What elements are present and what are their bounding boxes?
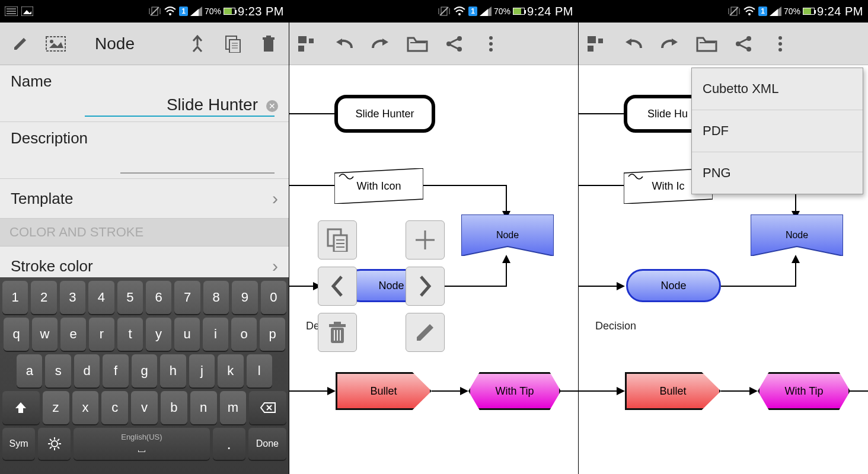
stroke-label: Stroke color	[11, 257, 93, 276]
kb-key-t[interactable]: t	[117, 318, 143, 351]
node-with-tip[interactable]: With Tip	[468, 372, 561, 410]
folder-icon[interactable]	[406, 32, 429, 56]
merge-icon[interactable]	[186, 32, 209, 56]
battery-percent: 70%	[205, 7, 221, 16]
redo-icon[interactable]	[369, 32, 392, 56]
kb-key-b[interactable]: b	[161, 391, 187, 424]
kb-key-f[interactable]: f	[103, 354, 128, 387]
overflow-icon[interactable]	[768, 32, 792, 56]
node-label: Bullet	[370, 385, 397, 398]
kb-key-9[interactable]: 9	[232, 281, 257, 314]
status-bar: 1 70% 9:23 PM	[0, 0, 289, 23]
wifi-status-icon	[164, 6, 177, 17]
popup-edit-button[interactable]	[406, 313, 445, 352]
share-icon[interactable]	[732, 32, 755, 56]
kb-key-4[interactable]: 4	[88, 281, 114, 314]
kb-key-p[interactable]: p	[260, 318, 285, 351]
kb-key-o[interactable]: o	[231, 318, 257, 351]
clear-name-icon[interactable]: ✕	[266, 100, 278, 112]
kb-key-g[interactable]: g	[132, 354, 157, 387]
description-input[interactable]	[120, 151, 275, 174]
svg-marker-62	[327, 387, 336, 395]
kb-key-v[interactable]: v	[131, 391, 158, 424]
kb-key-e[interactable]: e	[60, 318, 86, 351]
kb-key-w[interactable]: w	[32, 318, 58, 351]
kb-sym[interactable]: Sym	[2, 428, 35, 460]
node-with-icon[interactable]: With Icon	[334, 168, 423, 204]
folder-icon[interactable]	[695, 32, 719, 56]
kb-key-a[interactable]: a	[17, 354, 42, 387]
svg-line-97	[740, 45, 747, 49]
svg-point-100	[778, 48, 782, 52]
kb-key-6[interactable]: 6	[146, 281, 171, 314]
kb-key-d[interactable]: d	[74, 354, 100, 387]
kb-key-5[interactable]: 5	[117, 281, 143, 314]
kb-key-7[interactable]: 7	[174, 281, 200, 314]
kb-key-s[interactable]: s	[45, 354, 71, 387]
kb-key-1[interactable]: 1	[2, 281, 28, 314]
dropdown-export-pdf[interactable]: PDF	[692, 110, 863, 152]
popup-copy-button[interactable]	[318, 220, 357, 260]
kb-settings[interactable]	[38, 428, 71, 460]
share-icon[interactable]	[442, 32, 466, 56]
overflow-icon[interactable]	[479, 32, 503, 56]
kb-key-k[interactable]: k	[218, 354, 243, 387]
kb-key-r[interactable]: r	[89, 318, 114, 351]
name-input[interactable]	[85, 94, 275, 117]
svg-marker-64	[460, 387, 468, 395]
kb-key-c[interactable]: c	[101, 391, 128, 424]
popup-delete-button[interactable]	[318, 313, 357, 352]
name-label: Name	[11, 72, 278, 91]
kb-key-i[interactable]: i	[203, 318, 228, 351]
diagram-canvas[interactable]: Slide Hunter With Icon Node Node Decisio…	[289, 65, 578, 474]
dropdown-export-xml[interactable]: Cubetto XML	[692, 68, 863, 110]
trash-icon[interactable]	[257, 32, 280, 56]
node-blue-top[interactable]: Node	[461, 214, 554, 256]
kb-backspace[interactable]	[249, 391, 286, 424]
chevron-right-icon: ›	[272, 188, 278, 209]
kb-key-u[interactable]: u	[174, 318, 200, 351]
grid-icon[interactable]	[295, 32, 319, 56]
row-template[interactable]: Template ›	[0, 179, 289, 219]
copy-icon[interactable]	[221, 32, 245, 56]
editor-title: Node	[56, 34, 174, 53]
kb-shift[interactable]	[2, 391, 40, 424]
svg-marker-46	[382, 39, 388, 46]
popup-next-button[interactable]	[406, 267, 445, 306]
kb-key-q[interactable]: q	[4, 318, 29, 351]
kb-space[interactable]: English(US) ⎵	[74, 428, 210, 460]
node-bullet[interactable]: Bullet	[336, 372, 432, 410]
kb-key-j[interactable]: j	[189, 354, 215, 387]
kb-done[interactable]: Done	[248, 428, 286, 460]
kb-key-n[interactable]: n	[190, 391, 217, 424]
status-time: 9:24 PM	[817, 5, 863, 18]
kb-key-8[interactable]: 8	[203, 281, 229, 314]
node-slide-hunter[interactable]: Slide Hunter	[334, 95, 435, 133]
popup-prev-button[interactable]	[318, 267, 357, 306]
kb-key-0[interactable]: 0	[261, 281, 286, 314]
undo-icon[interactable]	[332, 32, 356, 56]
dropdown-export-png[interactable]: PNG	[692, 152, 863, 194]
kb-key-h[interactable]: h	[160, 354, 186, 387]
kb-space-lang: English(US)	[121, 433, 162, 441]
popup-add-button[interactable]	[406, 220, 445, 260]
node-blue-top[interactable]: Node	[751, 214, 843, 256]
kb-key-z[interactable]: z	[43, 391, 69, 424]
redo-icon[interactable]	[658, 32, 682, 56]
pencil-icon[interactable]	[8, 32, 32, 56]
kb-key-x[interactable]: x	[72, 391, 99, 424]
kb-key-2[interactable]: 2	[31, 281, 56, 314]
toolbar	[289, 23, 578, 65]
kb-key-l[interactable]: l	[247, 354, 272, 387]
kb-key-y[interactable]: y	[146, 318, 171, 351]
panel-canvas-popup: 1 70% 9:24 PM	[289, 0, 579, 474]
node-bullet[interactable]: Bullet	[625, 372, 721, 410]
svg-rect-90	[588, 46, 593, 52]
undo-icon[interactable]	[621, 32, 645, 56]
kb-period[interactable]: .	[213, 428, 245, 460]
kb-key-3[interactable]: 3	[60, 281, 85, 314]
kb-key-m[interactable]: m	[220, 391, 247, 424]
node-with-tip[interactable]: With Tip	[758, 372, 850, 410]
node-blue-bottom[interactable]: Node	[626, 269, 721, 302]
grid-icon[interactable]	[585, 32, 608, 56]
